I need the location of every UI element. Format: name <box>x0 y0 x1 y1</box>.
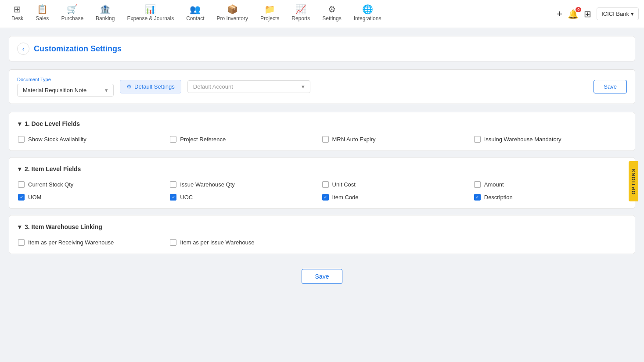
sales-icon: 📋 <box>37 5 48 14</box>
checkbox-label-amount: Amount <box>484 181 504 188</box>
page-header: ‹ Customization Settings <box>9 36 635 61</box>
checkbox-item-project-ref[interactable]: Project Reference <box>170 136 322 143</box>
section-item-level: ▾2. Item Level FieldsCurrent Stock QtyIs… <box>9 157 635 209</box>
nav-settings-label: Settings <box>322 15 341 22</box>
nav-integrations-label: Integrations <box>354 15 381 22</box>
nav-desk-label: Desk <box>11 15 23 22</box>
checkbox-item-amount[interactable]: Amount <box>474 181 626 188</box>
top-navigation: ⊞ Desk 📋 Sales 🛒 Purchase 🏦 Banking 📊 Ex… <box>0 0 644 28</box>
section-chevron-icon: ▾ <box>18 165 21 172</box>
gear-icon: ⚙ <box>126 83 132 90</box>
nav-projects-label: Projects <box>260 15 279 22</box>
checkbox-label-current-stock: Current Stock Qty <box>28 181 73 188</box>
checkbox-item-description[interactable]: Description <box>474 194 626 201</box>
nav-purchase[interactable]: 🛒 Purchase <box>55 0 90 28</box>
checkbox-label-uom: UOM <box>28 194 41 201</box>
page-title: Customization Settings <box>34 44 122 54</box>
checkbox-item-issuing-warehouse[interactable]: Issuing Warehouse Mandatory <box>474 136 626 143</box>
checkbox-label-issue-warehouse-qty: Issue Warehouse Qty <box>180 181 235 188</box>
checkbox-item-item-code[interactable]: Item Code <box>322 194 474 201</box>
section-doc-level: ▾1. Doc Level FieldsShow Stock Availabil… <box>9 112 635 151</box>
checkbox-item-unit-cost[interactable]: Unit Cost <box>322 181 474 188</box>
checkbox-item-uoc[interactable]: UOC <box>170 194 322 201</box>
save-button-bottom[interactable]: Save <box>302 269 343 284</box>
checkbox-project-ref[interactable] <box>170 136 176 143</box>
nav-settings[interactable]: ⚙ Settings <box>316 0 347 28</box>
checkbox-grid-doc-level: Show Stock AvailabilityProject Reference… <box>18 136 626 143</box>
checkbox-label-description: Description <box>484 194 513 201</box>
checkbox-grid-item-warehouse: Item as per Receiving WarehouseItem as p… <box>18 239 626 246</box>
nav-contact[interactable]: 👥 Contact <box>180 0 210 28</box>
checkbox-mrn-auto[interactable] <box>322 136 329 143</box>
checkbox-item-uom[interactable]: UOM <box>18 194 170 201</box>
settings-bar: Document Type Material Requisition Note … <box>9 69 635 104</box>
document-type-select[interactable]: Material Requisition Note ▾ <box>17 84 114 97</box>
nav-integrations[interactable]: 🌐 Integrations <box>348 0 388 28</box>
nav-reports-label: Reports <box>291 15 310 22</box>
bottom-save-area: Save <box>9 260 635 288</box>
notifications-button[interactable]: 🔔 0 <box>568 9 579 19</box>
nav-pro-inventory[interactable]: 📦 Pro Inventory <box>211 0 254 28</box>
checkbox-uoc[interactable] <box>170 194 176 201</box>
checkbox-show-stock[interactable] <box>18 136 25 143</box>
section-chevron-icon: ▾ <box>18 223 21 230</box>
section-header-doc-level[interactable]: ▾1. Doc Level Fields <box>18 120 626 127</box>
doc-type-chevron-icon: ▾ <box>105 87 108 93</box>
nav-projects[interactable]: 📁 Projects <box>254 0 285 28</box>
checkbox-label-item-receiving: Item as per Receiving Warehouse <box>28 239 114 246</box>
checkbox-uom[interactable] <box>18 194 25 201</box>
add-button[interactable]: + <box>557 8 562 20</box>
checkbox-item-item-receiving[interactable]: Item as per Receiving Warehouse <box>18 239 170 246</box>
options-tab[interactable]: OPTIONS <box>629 161 638 201</box>
checkbox-item-code[interactable] <box>322 194 329 201</box>
nav-reports[interactable]: 📈 Reports <box>285 0 316 28</box>
projects-icon: 📁 <box>264 5 275 14</box>
checkbox-item-issue[interactable] <box>170 239 176 246</box>
pro-inventory-icon: 📦 <box>227 5 238 14</box>
checkbox-amount[interactable] <box>474 181 481 188</box>
checkbox-item-show-stock[interactable]: Show Stock Availability <box>18 136 170 143</box>
checkbox-issue-warehouse-qty[interactable] <box>170 181 176 188</box>
section-item-warehouse: ▾3. Item Warehouse LinkingItem as per Re… <box>9 215 635 254</box>
checkbox-item-item-issue[interactable]: Item as per Issue Warehouse <box>170 239 322 246</box>
checkbox-item-issue-warehouse-qty[interactable]: Issue Warehouse Qty <box>170 181 322 188</box>
back-button[interactable]: ‹ <box>17 43 29 55</box>
default-settings-button[interactable]: ⚙ Default Settings <box>120 80 181 93</box>
banking-icon: 🏦 <box>100 5 111 14</box>
nav-sales[interactable]: 📋 Sales <box>29 0 55 28</box>
nav-purchase-label: Purchase <box>61 15 83 22</box>
checkbox-item-mrn-auto[interactable]: MRN Auto Expiry <box>322 136 474 143</box>
section-title: 1. Doc Level Fields <box>25 120 80 127</box>
integrations-icon: 🌐 <box>362 5 373 14</box>
default-account-select[interactable]: Default Account ▾ <box>187 80 310 93</box>
checkbox-unit-cost[interactable] <box>322 181 329 188</box>
save-button-top[interactable]: Save <box>594 80 627 93</box>
checkbox-label-uoc: UOC <box>180 194 193 201</box>
checkbox-current-stock[interactable] <box>18 181 25 188</box>
doc-type-label: Document Type <box>17 77 114 82</box>
default-account-chevron-icon: ▾ <box>302 83 305 90</box>
nav-banking[interactable]: 🏦 Banking <box>90 0 121 28</box>
purchase-icon: 🛒 <box>67 5 78 14</box>
grid-menu-button[interactable]: ⊞ <box>584 9 591 19</box>
checkbox-description[interactable] <box>474 194 481 201</box>
section-title: 3. Item Warehouse Linking <box>25 223 102 230</box>
desk-icon: ⊞ <box>14 5 21 14</box>
nav-expense-label: Expense & Journals <box>127 15 174 22</box>
checkbox-item-receiving[interactable] <box>18 239 25 246</box>
checkbox-label-show-stock: Show Stock Availability <box>28 136 86 143</box>
notification-badge: 0 <box>576 7 581 12</box>
section-header-item-warehouse[interactable]: ▾3. Item Warehouse Linking <box>18 223 626 230</box>
checkbox-item-current-stock[interactable]: Current Stock Qty <box>18 181 170 188</box>
checkbox-label-project-ref: Project Reference <box>180 136 226 143</box>
checkbox-label-mrn-auto: MRN Auto Expiry <box>332 136 376 143</box>
nav-sales-label: Sales <box>36 15 49 22</box>
nav-desk[interactable]: ⊞ Desk <box>5 0 29 28</box>
bank-selector[interactable]: ICICI Bank ▾ <box>597 7 639 20</box>
section-header-item-level[interactable]: ▾2. Item Level Fields <box>18 165 626 172</box>
section-title: 2. Item Level Fields <box>25 165 81 172</box>
checkbox-issuing-warehouse[interactable] <box>474 136 481 143</box>
nav-expense[interactable]: 📊 Expense & Journals <box>121 0 180 28</box>
reports-icon: 📈 <box>295 5 306 14</box>
nav-banking-label: Banking <box>96 15 115 22</box>
